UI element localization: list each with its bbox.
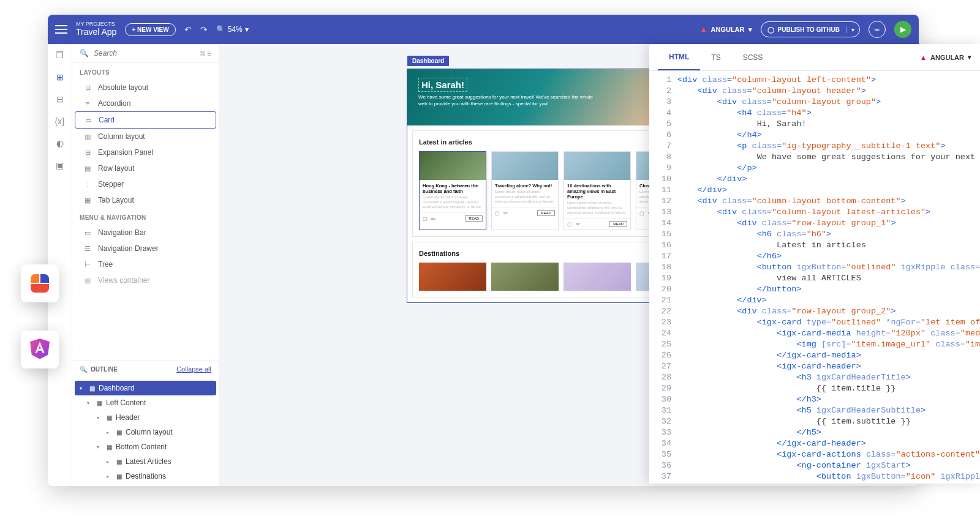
appbuilder-logo-tile[interactable] <box>21 264 59 302</box>
tree-destinations[interactable]: ▸▦Destinations <box>72 469 219 484</box>
share-button[interactable]: ⫘ <box>869 21 886 38</box>
layout-item-stepper[interactable]: ⋮Stepper <box>75 176 216 192</box>
publish-label: PUBLISH TO GITHUB <box>778 26 840 33</box>
outline-icon: 🔍 <box>80 366 87 373</box>
projects-label: MY PROJECTS <box>76 21 116 28</box>
code-panel: HTML TS SCSS ▲ ANGULAR ▾ 123456789101112… <box>649 44 980 484</box>
framework-label: ANGULAR <box>711 26 745 33</box>
rail-views-icon[interactable]: ❐ <box>54 49 66 61</box>
rail-theme-icon[interactable]: ◐ <box>54 137 66 149</box>
zoom-control[interactable]: 🔍 54% ▾ <box>216 25 249 34</box>
code-content: <div class="column-layout left-content">… <box>677 71 980 484</box>
read-button[interactable]: READ <box>465 215 483 222</box>
share-icon[interactable]: ⫘ <box>503 211 508 216</box>
layout-item-card[interactable]: ▭Card <box>75 111 216 129</box>
chevron-down-icon: ▾ <box>968 53 971 61</box>
redo-icon[interactable]: ↷ <box>200 24 208 34</box>
rail-variables-icon[interactable]: {x} <box>54 115 66 127</box>
appbuilder-icon <box>29 273 50 294</box>
layout-item-tab-layout[interactable]: ▦Tab Layout <box>75 192 216 208</box>
nav-item-views-container[interactable]: ▦Views container <box>75 272 216 288</box>
chevron-down-icon: ▾ <box>748 26 752 34</box>
share-icon[interactable]: ⫘ <box>575 222 580 227</box>
angular-logo-tile[interactable] <box>21 331 59 368</box>
project-info[interactable]: MY PROJECTS Travel App <box>76 21 116 37</box>
menu-icon[interactable] <box>55 25 67 34</box>
outline-tree: ▾▦Dashboard ▾▦Left Content ▾▦Header ▸▦Co… <box>72 378 219 486</box>
framework-select[interactable]: ▲ ANGULAR ▾ <box>700 25 752 34</box>
play-icon: ▶ <box>900 25 906 34</box>
new-view-button[interactable]: + NEW VIEW <box>125 23 175 36</box>
project-name: Travel App <box>76 28 116 37</box>
collapse-all-link[interactable]: Collapse all <box>176 365 211 373</box>
section-menu-nav: MENU & NAVIGATION <box>72 208 219 225</box>
search-shortcut: ⌘ E <box>200 50 211 57</box>
article-card[interactable]: Traveling alone? Why not!Lorem ipsum dol… <box>491 151 559 230</box>
layout-item-accordion[interactable]: ≡Accordion <box>75 95 216 111</box>
code-editor[interactable]: 1234567891011121314151617181920212223242… <box>649 71 980 484</box>
outline-header: 🔍OUTLINE Collapse all <box>72 360 219 378</box>
layout-item-row-layout[interactable]: ▤Row layout <box>75 160 216 176</box>
code-tabs: HTML TS SCSS ▲ ANGULAR ▾ <box>649 44 980 71</box>
layout-item-absolute-layout[interactable]: ⊡Absolute layout <box>75 80 216 95</box>
article-card[interactable]: 10 destinations with amazing views in Ea… <box>564 151 631 230</box>
article-card[interactable]: Hong Kong - between the business and fai… <box>419 151 486 230</box>
bookmark-icon[interactable]: ▢ <box>423 216 428 222</box>
frame-label: Dashboard <box>407 56 449 66</box>
github-icon: ◯ <box>767 26 774 33</box>
read-button[interactable]: READ <box>609 221 627 227</box>
rail-components-icon[interactable]: ⊞ <box>54 71 66 83</box>
rail-assets-icon[interactable]: ▣ <box>54 159 66 171</box>
angular-icon: ▲ <box>920 54 927 61</box>
section-layouts: LAYOUTS <box>72 63 219 80</box>
nav-item-navigation-bar[interactable]: ▭Navigation Bar <box>75 225 216 241</box>
destination-image[interactable] <box>491 263 559 291</box>
tab-ts[interactable]: TS <box>700 44 731 70</box>
latest-title: Latest in articles <box>419 138 472 146</box>
bookmark-icon[interactable]: ▢ <box>567 222 572 227</box>
tree-latest-articles[interactable]: ▸▦Latest Articles <box>72 454 219 469</box>
angular-icon: ▲ <box>700 25 707 34</box>
read-button[interactable]: READ <box>537 210 555 216</box>
nav-item-navigation-drawer[interactable]: ☰Navigation Drawer <box>75 241 216 256</box>
chevron-down-icon: ▾ <box>245 25 249 34</box>
tab-scss[interactable]: SCSS <box>732 44 774 70</box>
share-icon[interactable]: ⫘ <box>431 216 435 222</box>
rail-data-icon[interactable]: ⊟ <box>54 93 66 105</box>
angular-icon <box>28 337 51 362</box>
top-bar: MY PROJECTS Travel App + NEW VIEW ↶ ↷ 🔍 … <box>48 15 919 44</box>
publish-github-button: ◯ PUBLISH TO GITHUB ▾ <box>761 21 860 37</box>
tree-header[interactable]: ▾▦Header <box>72 410 219 425</box>
bookmark-icon[interactable]: ▢ <box>639 211 644 216</box>
code-framework-select[interactable]: ▲ ANGULAR ▾ <box>920 53 971 61</box>
side-panel: 🔍 ⌘ E LAYOUTS ⊡Absolute layout≡Accordion… <box>72 44 219 486</box>
nav-item-tree[interactable]: ⊢Tree <box>75 256 216 272</box>
preview-button[interactable]: ▶ <box>894 21 911 38</box>
tree-bottom-content[interactable]: ▾▦Bottom Content <box>72 439 219 454</box>
zoom-value: 54% <box>228 25 243 34</box>
share-icon: ⫘ <box>873 25 881 34</box>
search-icon: 🔍 <box>80 49 89 58</box>
tab-html[interactable]: HTML <box>658 44 700 70</box>
zoom-icon: 🔍 <box>216 25 225 34</box>
layout-item-column-layout[interactable]: ▥Column layout <box>75 129 216 144</box>
tree-column-layout[interactable]: ▸▦Column layout <box>72 425 219 439</box>
hero-text[interactable]: We have some great suggestions for your … <box>418 94 596 108</box>
destinations-title: Destinations <box>419 250 459 257</box>
bookmark-icon[interactable]: ▢ <box>495 211 500 216</box>
search-row: 🔍 ⌘ E <box>72 44 219 63</box>
layout-item-expansion-panel[interactable]: ⊟Expansion Panel <box>75 144 216 160</box>
tree-dashboard[interactable]: ▾▦Dashboard <box>75 381 216 395</box>
tree-left-content[interactable]: ▾▦Left Content <box>72 395 219 410</box>
destination-image[interactable] <box>419 263 486 291</box>
destination-image[interactable] <box>564 263 631 291</box>
publish-dropdown[interactable]: ▾ <box>846 26 859 33</box>
undo-icon[interactable]: ↶ <box>184 24 192 34</box>
line-gutter: 1234567891011121314151617181920212223242… <box>649 71 677 484</box>
search-input[interactable] <box>94 49 195 58</box>
hero-title[interactable]: Hi, Sarah! <box>418 78 467 92</box>
